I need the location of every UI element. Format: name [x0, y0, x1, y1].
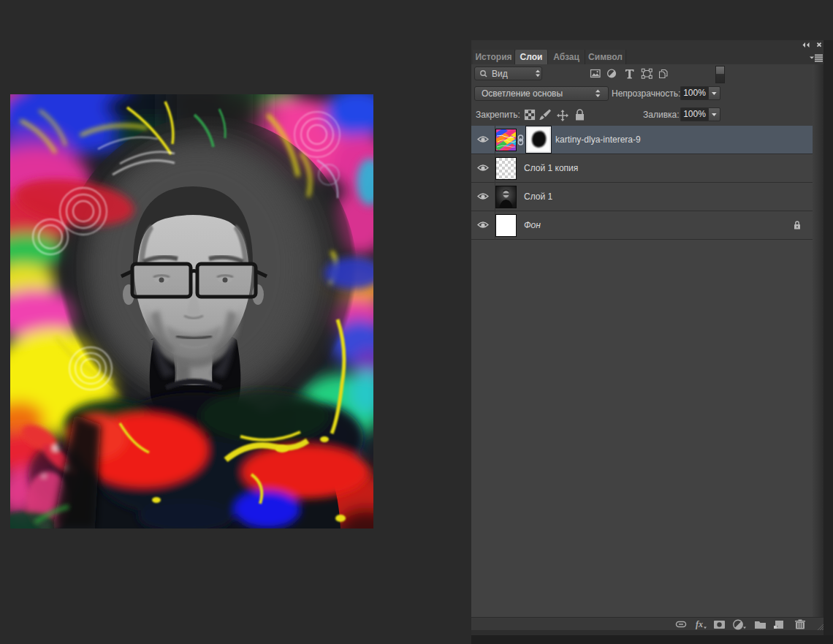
svg-text:fx: fx — [696, 619, 703, 629]
